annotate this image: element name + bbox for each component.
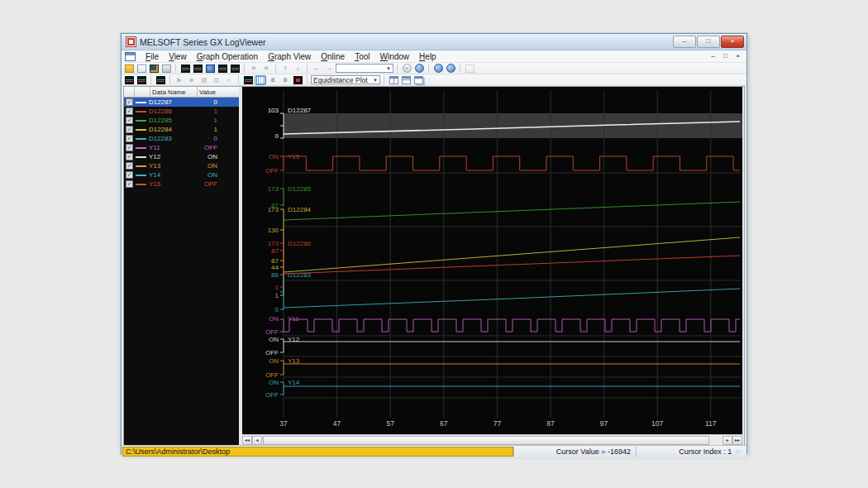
graph-area[interactable]: 374757677787971071171030ONOFF17387173130…	[242, 87, 742, 434]
open-log-file-button[interactable]	[136, 64, 147, 74]
series-d12284	[284, 237, 740, 272]
log-marker-button[interactable]	[155, 75, 166, 85]
visibility-checkbox[interactable]: ✓	[126, 153, 133, 160]
legend-row-y12[interactable]: ✓Y12ON	[124, 152, 239, 161]
menu-file[interactable]: File	[141, 51, 164, 62]
tile-vertically-button[interactable]	[388, 75, 399, 85]
log-transfer-button[interactable]	[136, 75, 147, 85]
tile-horizontally-button[interactable]	[400, 75, 412, 85]
mdi-child-icon[interactable]	[125, 52, 136, 61]
legend-header-data-name[interactable]: Data Name	[150, 87, 198, 97]
legend-row-d12284[interactable]: ✓D122841	[124, 125, 239, 134]
menu-tool[interactable]: Tool	[350, 51, 374, 62]
chevron-down-icon[interactable]: ▼	[386, 66, 391, 71]
horizontal-scale-button[interactable]: 8	[279, 75, 291, 85]
menu-view[interactable]: View	[164, 51, 192, 62]
maximize-button[interactable]: □	[697, 36, 720, 48]
line-color-swatch	[136, 138, 146, 140]
online-monitor-button[interactable]	[204, 64, 216, 74]
visibility-checkbox[interactable]: ✓	[126, 117, 133, 124]
visibility-checkbox[interactable]: ✓	[126, 144, 133, 151]
mdi-minimize-button[interactable]: –	[708, 52, 718, 61]
menu-graph-operation[interactable]: Graph Operation	[192, 51, 264, 62]
visibility-checkbox[interactable]: ✓	[126, 180, 133, 188]
toolbar-separator	[397, 64, 398, 73]
legend-row-y11[interactable]: ✓Y11OFF	[124, 143, 239, 152]
zoom-in-horizontal-button[interactable]	[432, 64, 444, 74]
scrollbar-track[interactable]	[262, 436, 723, 445]
open-log-file-icon	[137, 65, 146, 73]
zoom-fit-icon	[415, 64, 424, 73]
toolbar-main: ≈≈↑↓←→▼−	[122, 63, 746, 74]
line-color-swatch	[136, 175, 146, 176]
file-information-button[interactable]	[148, 64, 160, 74]
cursor-move-left-button[interactable]: ≈	[248, 64, 260, 74]
menu-help[interactable]: Help	[414, 51, 441, 62]
jump-to-start-button[interactable]: ↑	[279, 64, 291, 74]
graph-overlay-button[interactable]	[229, 64, 241, 74]
legend-row-y15[interactable]: ✓Y15OFF	[124, 179, 239, 189]
menu-window[interactable]: Window	[375, 51, 415, 62]
mdi-restore-button[interactable]: □	[720, 52, 731, 61]
scroll-last-button[interactable]: ▸▸	[732, 436, 742, 445]
title-bar[interactable]: MELSOFT Series GX LogViewer – □ ×	[122, 34, 746, 50]
legend-pane-toggle-button[interactable]	[255, 75, 266, 85]
zoom-out-icon: −	[403, 64, 412, 73]
axis-value-label: 1	[275, 284, 279, 291]
open-file-button[interactable]	[123, 64, 135, 74]
scroll-right-button[interactable]: ▸	[723, 436, 732, 445]
menu-graph-view[interactable]: Graph View	[263, 51, 316, 62]
x-tick-label: 67	[440, 419, 448, 428]
print-button[interactable]	[160, 64, 172, 74]
legend-row-y13[interactable]: ✓Y13ON	[124, 161, 239, 170]
mdi-close-button[interactable]: ×	[732, 52, 743, 61]
search-prev-button[interactable]: ←	[311, 64, 322, 74]
jump-to-end-button[interactable]: ↓	[292, 64, 303, 74]
graph-canvas[interactable]: 374757677787971071171030ONOFF17387173130…	[242, 87, 742, 434]
resize-grip[interactable]: ⁙	[735, 448, 742, 456]
tile-horizontally-icon	[402, 76, 411, 84]
legend-row-d12286[interactable]: ✓D122861	[124, 107, 239, 116]
legend-row-d12283[interactable]: ✓D122830	[124, 134, 239, 143]
search-box-combobox[interactable]: ▼	[336, 64, 393, 73]
historical-trend-button[interactable]	[179, 64, 191, 74]
chevron-down-icon[interactable]: ▼	[373, 78, 378, 83]
zoom-in-vertical-button[interactable]	[445, 64, 456, 74]
plot-mode-select-combobox[interactable]: Equidistance Plot▼	[311, 75, 380, 84]
visibility-checkbox[interactable]: ✓	[126, 126, 133, 133]
graph-display-button[interactable]	[217, 64, 228, 74]
zoom-fit-button[interactable]	[413, 64, 425, 74]
visibility-checkbox[interactable]: ✓	[126, 108, 133, 115]
cursor-move-right-button[interactable]: ≈	[260, 64, 272, 74]
vertical-scale-button[interactable]: 8	[267, 75, 279, 85]
legend-header-checkbox-col	[124, 87, 135, 97]
legend-row-d12287[interactable]: ✓D122870	[124, 98, 239, 107]
legend-row-y14[interactable]: ✓Y14ON	[124, 170, 239, 179]
legend-row-d12285[interactable]: ✓D122851	[124, 116, 239, 125]
graph-horizontal-scrollbar[interactable]: ◂◂ ◂ ▸ ▸▸	[242, 434, 742, 445]
graph-properties-button[interactable]	[242, 75, 254, 85]
close-button[interactable]: ×	[721, 36, 744, 48]
toolbar-separator	[428, 64, 429, 73]
visibility-checkbox[interactable]: ✓	[126, 98, 133, 106]
scrollbar-thumb[interactable]	[263, 436, 709, 445]
menu-online[interactable]: Online	[316, 51, 350, 62]
search-next-button[interactable]: →	[323, 64, 335, 74]
cursor-display-button[interactable]	[292, 75, 303, 85]
visibility-checkbox[interactable]: ✓	[126, 171, 133, 179]
visibility-checkbox[interactable]: ✓	[126, 162, 133, 170]
legend-header-value[interactable]: Value	[198, 87, 239, 97]
visibility-checkbox[interactable]: ✓	[126, 135, 133, 142]
scroll-first-button[interactable]: ◂◂	[242, 436, 252, 445]
x-tick-label: 97	[600, 419, 608, 428]
line-color-swatch	[136, 129, 146, 131]
zoom-out-button[interactable]: −	[401, 64, 413, 74]
minimize-button[interactable]: –	[673, 36, 696, 48]
channel-label: Y14	[288, 379, 300, 386]
csv-export-button[interactable]	[123, 75, 135, 85]
realtime-trend-button[interactable]	[192, 64, 203, 74]
scroll-left-button[interactable]: ◂	[252, 436, 262, 445]
axis-value-label: 1	[275, 292, 279, 299]
series-d12285	[284, 202, 740, 220]
cascade-windows-button[interactable]	[413, 75, 424, 85]
